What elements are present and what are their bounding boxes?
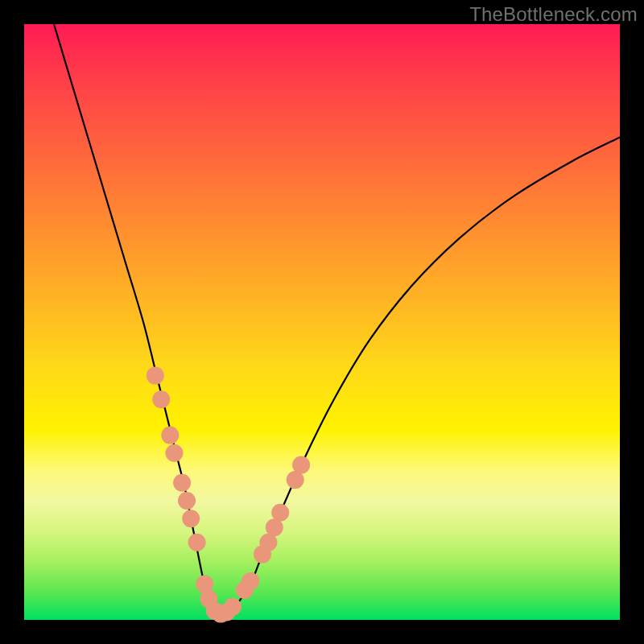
data-marker — [165, 444, 183, 462]
data-marker — [152, 390, 170, 408]
data-marker — [196, 576, 213, 593]
data-marker — [188, 534, 206, 551]
data-marker — [242, 572, 259, 590]
watermark-text: TheBottleneck.com — [469, 3, 638, 26]
marker-group — [147, 367, 310, 623]
data-marker — [292, 456, 310, 474]
chart-svg — [24, 24, 620, 620]
chart-frame: TheBottleneck.com — [0, 0, 644, 644]
data-marker — [173, 474, 191, 492]
data-marker — [161, 427, 179, 444]
data-marker — [178, 492, 196, 510]
data-marker — [271, 504, 289, 522]
data-marker — [147, 367, 164, 385]
data-marker — [182, 510, 200, 527]
plot-area — [24, 24, 620, 620]
bottleneck-curve — [54, 24, 620, 614]
data-marker — [224, 598, 242, 616]
